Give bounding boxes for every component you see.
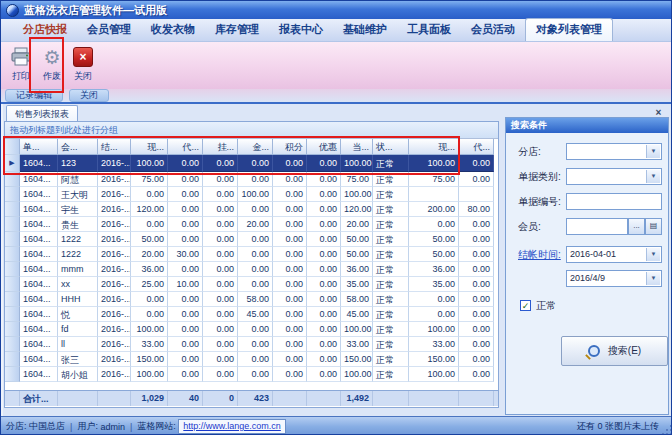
toolbar-button-作废[interactable]: ⚙作废 xyxy=(38,45,66,83)
grid-cell: 1604... xyxy=(20,217,58,232)
search-button[interactable]: 搜索(E) xyxy=(561,336,668,366)
summary-cell xyxy=(459,391,494,406)
grid-cell: 0.00 xyxy=(168,172,203,187)
ribbon-tab-会员管理[interactable]: 会员管理 xyxy=(77,19,141,41)
grid-cell: 80.00 xyxy=(459,202,494,217)
column-header[interactable]: 挂... xyxy=(203,139,238,155)
table-row[interactable]: 1604...胡小姐2016-...100.000.000.000.000.00… xyxy=(5,367,498,382)
结帐时间:-combo[interactable]: 2016-04-01▼ xyxy=(566,246,662,263)
site-link[interactable]: http://www.lange.com.cn xyxy=(183,421,281,431)
chevron-down-icon[interactable]: ▼ xyxy=(646,272,660,285)
column-header[interactable]: 代... xyxy=(459,139,494,155)
chevron-down-icon[interactable]: ▼ xyxy=(646,170,660,183)
ribbon-tab-分店快报[interactable]: 分店快报 xyxy=(13,19,77,41)
row-indicator xyxy=(5,232,20,247)
ribbon-tab-会员活动[interactable]: 会员活动 xyxy=(461,19,525,41)
grid-cell: 100.00 xyxy=(409,322,459,337)
printer-icon xyxy=(10,45,32,69)
table-row[interactable]: 1604...mmm2016-...36.000.000.000.000.000… xyxy=(5,262,498,277)
row-indicator xyxy=(5,337,20,352)
app-window: 蓝格洗衣店管理软件—试用版 分店快报会员管理收发衣物库存管理报表中心基础维护工具… xyxy=(0,0,672,435)
grid-cell: 0.00 xyxy=(238,352,273,367)
grid-cell: 0.00 xyxy=(273,262,307,277)
grid-cell: 0.00 xyxy=(459,247,494,262)
分店:-combo[interactable]: ▼ xyxy=(566,143,662,160)
grid-cell: 2016-... xyxy=(98,217,131,232)
table-row[interactable]: 1604...悦2016-...0.000.000.0045.000.000.0… xyxy=(5,307,498,322)
member-input[interactable] xyxy=(566,218,628,235)
ribbon-tab-基础维护[interactable]: 基础维护 xyxy=(333,19,397,41)
table-row[interactable]: 1604...宇生2016-...120.000.000.000.000.000… xyxy=(5,202,498,217)
table-row[interactable]: 1604...阿慧2016-...75.000.000.000.000.000.… xyxy=(5,172,498,187)
grid-cell: 0.00 xyxy=(203,202,238,217)
grid-cell: 0.00 xyxy=(273,247,307,262)
ribbon-tab-报表中心[interactable]: 报表中心 xyxy=(269,19,333,41)
grid-cell: 200.00 xyxy=(409,202,459,217)
toolbar-button-关闭[interactable]: ×关闭 xyxy=(69,45,97,83)
grid-cell: 0.00 xyxy=(459,322,494,337)
status-separator: | xyxy=(130,422,132,432)
table-row[interactable]: ▶1604...1232016-...100.000.000.000.000.0… xyxy=(5,155,498,172)
grid-cell: 0.00 xyxy=(273,232,307,247)
column-header[interactable]: 金... xyxy=(238,139,273,155)
ribbon-group-labels: 记录编辑关闭 xyxy=(1,89,672,102)
grid-cell: 0.00 xyxy=(203,367,238,382)
toolbar-button-打印[interactable]: 打印 xyxy=(7,45,35,83)
chevron-down-icon[interactable]: ▼ xyxy=(646,145,660,158)
chevron-down-icon[interactable]: ▼ xyxy=(646,248,660,261)
resize-grip[interactable] xyxy=(660,423,672,435)
table-row[interactable]: 1604...12222016-...20.0030.000.000.000.0… xyxy=(5,247,498,262)
column-header[interactable]: 现... xyxy=(131,139,168,155)
member-lookup-button[interactable]: ... xyxy=(628,218,645,235)
table-row[interactable]: 1604...贵生2016-...0.000.000.0020.000.000.… xyxy=(5,217,498,232)
search-button-label: 搜索(E) xyxy=(608,344,641,358)
row-indicator xyxy=(5,187,20,202)
table-row[interactable]: 1604...王大明2016-...0.000.000.00100.000.00… xyxy=(5,187,498,202)
table-row[interactable]: 1604...fd2016-...100.000.000.000.000.000… xyxy=(5,322,498,337)
column-header[interactable]: 当... xyxy=(341,139,373,155)
grid-cell: 1222 xyxy=(58,247,98,262)
member-card-button[interactable]: ▤ xyxy=(645,218,662,235)
table-row[interactable]: 1604...ll2016-...33.000.000.000.000.000.… xyxy=(5,337,498,352)
table-row[interactable]: 1604...张三2016-...150.000.000.000.000.000… xyxy=(5,352,498,367)
ribbon-tab-对象列表管理[interactable]: 对象列表管理 xyxy=(525,18,613,41)
document-number-input[interactable] xyxy=(566,193,662,210)
normal-checkbox[interactable]: ✓ xyxy=(520,300,531,311)
column-header[interactable]: 会... xyxy=(58,139,98,155)
grid-cell: 0.00 xyxy=(203,232,238,247)
grid-cell: 0.00 xyxy=(238,232,273,247)
grid-cell: 0.00 xyxy=(273,155,307,172)
grid-cell: 2016-... xyxy=(98,352,131,367)
grid-cell: 58.00 xyxy=(341,292,373,307)
grid-cell: 0.00 xyxy=(238,262,273,277)
grid-cell: 2016-... xyxy=(98,202,131,217)
ribbon-tab-收发衣物[interactable]: 收发衣物 xyxy=(141,19,205,41)
column-header[interactable]: 代... xyxy=(168,139,203,155)
column-header[interactable]: 结... xyxy=(98,139,131,155)
grid-cell: 0.00 xyxy=(238,172,273,187)
column-header[interactable]: 状... xyxy=(373,139,409,155)
grid-cell: 20.00 xyxy=(238,217,273,232)
ribbon-tab-库存管理[interactable]: 库存管理 xyxy=(205,19,269,41)
row-indicator xyxy=(5,322,20,337)
table-row[interactable]: 1604...12222016-...50.000.000.000.000.00… xyxy=(5,232,498,247)
column-header[interactable]: 优惠 xyxy=(307,139,341,155)
grid-cell: 0.00 xyxy=(459,337,494,352)
column-header[interactable]: 单... xyxy=(20,139,58,155)
column-header[interactable]: 现... xyxy=(409,139,459,155)
column-header[interactable]: 积分 xyxy=(273,139,307,155)
grid-cell: 0.00 xyxy=(131,307,168,322)
grid-header-row: 单...会...结...现...代...挂...金...积分优惠当...状...… xyxy=(5,139,498,155)
table-row[interactable]: 1604...xx2016-...25.0010.000.000.000.000… xyxy=(5,277,498,292)
table-row[interactable]: 1604...HHH2016-...0.000.000.0058.000.000… xyxy=(5,292,498,307)
grid-cell: 0.00 xyxy=(459,232,494,247)
gear-glyph: ⚙ xyxy=(43,48,60,67)
date-combo[interactable]: 2016/4/9▼ xyxy=(566,270,662,287)
summary-cell xyxy=(58,391,98,406)
grid-cell: 1604... xyxy=(20,352,58,367)
ribbon-tab-工具面板[interactable]: 工具面板 xyxy=(397,19,461,41)
单据类别:-combo[interactable]: ▼ xyxy=(566,168,662,185)
row-indicator xyxy=(5,352,20,367)
document-tab[interactable]: 销售列表报表 xyxy=(6,105,78,122)
field-label: 结帐时间: xyxy=(518,248,561,262)
